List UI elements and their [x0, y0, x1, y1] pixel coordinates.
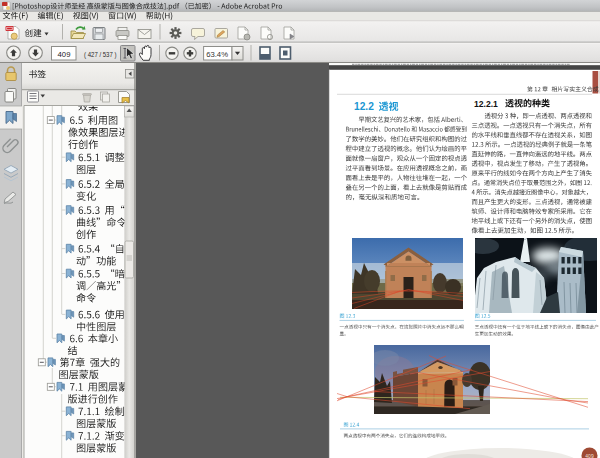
svg-text:63.4%: 63.4% — [206, 50, 228, 59]
svg-text:12.2: 12.2 — [354, 101, 374, 112]
svg-text:( 427 / 537 ): ( 427 / 537 ) — [84, 50, 117, 59]
svg-text:409: 409 — [58, 50, 71, 59]
svg-text:409: 409 — [585, 453, 594, 458]
svg-text:12.2.1: 12.2.1 — [474, 99, 498, 109]
